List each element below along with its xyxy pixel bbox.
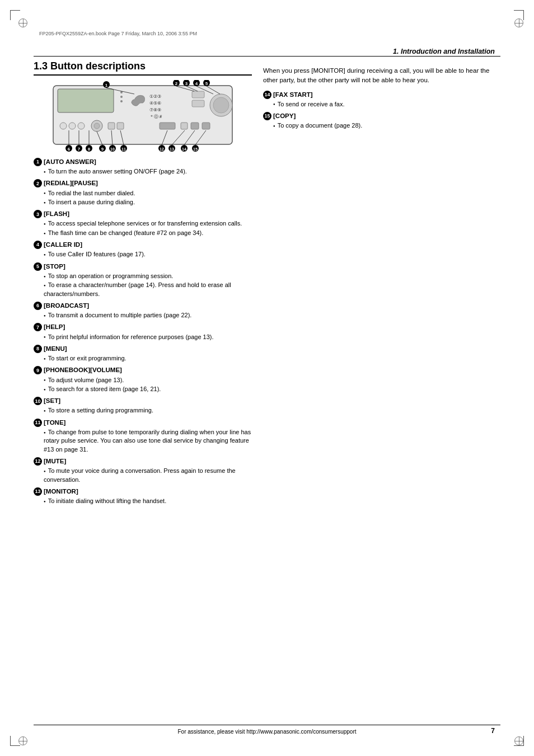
button-item-1: 1[AUTO ANSWER]To turn the auto answer se… bbox=[34, 157, 252, 176]
button-num-12: 12 bbox=[34, 457, 42, 466]
svg-point-15 bbox=[78, 123, 85, 129]
bullet-item: To turn the auto answer setting ON/OFF (… bbox=[44, 167, 252, 176]
page-number: 7 bbox=[491, 727, 495, 735]
left-column: 1.3 Button descriptions ①②③ bbox=[34, 60, 252, 717]
svg-text:＊⓪＃: ＊⓪＃ bbox=[149, 114, 163, 119]
button-num-9: 9 bbox=[34, 366, 42, 374]
button-num-10: 10 bbox=[34, 397, 42, 405]
svg-text:10: 10 bbox=[110, 147, 115, 151]
svg-rect-19 bbox=[117, 123, 124, 129]
button-num-3: 3 bbox=[34, 210, 42, 218]
svg-text:①②③: ①②③ bbox=[149, 94, 161, 99]
button-bullets-9: To adjust volume (page 13).To search for… bbox=[44, 376, 252, 394]
bullet-item: To initiate dialing without lifting the … bbox=[44, 497, 252, 505]
svg-rect-23 bbox=[202, 123, 210, 129]
right-column: When you press [MONITOR] during receivin… bbox=[263, 60, 500, 717]
device-image: ①②③ ④⑤⑥ ⑦⑧⑨ ＊⓪＃ bbox=[48, 80, 238, 153]
button-bullets-10: To store a setting during programming. bbox=[44, 406, 252, 415]
button-num-1: 1 bbox=[34, 158, 42, 166]
svg-text:1: 1 bbox=[105, 83, 108, 88]
button-item-4: 4[CALLER ID]To use Caller ID features (p… bbox=[34, 240, 252, 259]
svg-text:12: 12 bbox=[160, 147, 164, 151]
button-item-2: 2[REDIAL][PAUSE]To redial the last numbe… bbox=[34, 179, 252, 206]
button-label-15: [COPY] bbox=[273, 111, 296, 120]
bullet-item: To insert a pause during dialing. bbox=[44, 198, 252, 206]
button-item-8: 8[MENU]To start or exit programming. bbox=[34, 344, 252, 363]
bullet-item: To copy a document (page 28). bbox=[273, 121, 500, 130]
svg-text:15: 15 bbox=[193, 147, 198, 151]
button-num-7: 7 bbox=[34, 323, 42, 331]
button-bullets-7: To print helpful information for referen… bbox=[44, 333, 252, 341]
button-item-13: 13[MONITOR]To initiate dialing without l… bbox=[34, 487, 252, 505]
main-content: 1.3 Button descriptions ①②③ bbox=[34, 60, 500, 717]
bullet-item: To use Caller ID features (page 17). bbox=[44, 250, 252, 259]
button-bullets-8: To start or exit programming. bbox=[44, 354, 252, 363]
svg-rect-21 bbox=[181, 123, 188, 129]
button-num-4: 4 bbox=[34, 241, 42, 249]
svg-text:3: 3 bbox=[185, 81, 188, 86]
bullet-item: To start or exit programming. bbox=[44, 354, 252, 363]
button-num-5: 5 bbox=[34, 262, 42, 271]
button-label-5: [STOP] bbox=[44, 262, 65, 271]
button-bullets-6: To transmit a document to multiple parti… bbox=[44, 311, 252, 320]
button-bullets-15: To copy a document (page 28). bbox=[273, 121, 500, 130]
svg-point-13 bbox=[60, 123, 67, 129]
bullet-item: To change from pulse to tone temporarily… bbox=[44, 428, 252, 454]
button-num-2: 2 bbox=[34, 179, 42, 187]
page: FP205-PFQX2559ZA-en.book Page 7 Friday, … bbox=[0, 0, 534, 756]
bullet-item: To mute your voice during a conversation… bbox=[44, 467, 252, 484]
button-descriptions-list: 1[AUTO ANSWER]To turn the auto answer se… bbox=[34, 157, 252, 505]
button-bullets-13: To initiate dialing without lifting the … bbox=[44, 497, 252, 505]
svg-text:2: 2 bbox=[175, 81, 178, 86]
footer-text: For assistance, please visit http://www.… bbox=[0, 729, 534, 735]
svg-rect-18 bbox=[108, 123, 115, 129]
svg-text:④⑤⑥: ④⑤⑥ bbox=[149, 101, 161, 106]
button-bullets-1: To turn the auto answer setting ON/OFF (… bbox=[44, 167, 252, 176]
svg-rect-1 bbox=[58, 89, 114, 112]
svg-text:4: 4 bbox=[195, 81, 198, 86]
button-item-3: 3[FLASH]To access special telephone serv… bbox=[34, 209, 252, 237]
section-title: 1.3 Button descriptions bbox=[34, 60, 252, 76]
svg-text:11: 11 bbox=[121, 147, 126, 151]
bullet-item: To search for a stored item (page 16, 21… bbox=[44, 385, 252, 393]
button-bullets-11: To change from pulse to tone temporarily… bbox=[44, 428, 252, 454]
svg-point-17 bbox=[94, 123, 100, 129]
button-bullets-2: To redial the last number dialed.To inse… bbox=[44, 189, 252, 207]
svg-rect-9 bbox=[192, 91, 204, 98]
button-num-8: 8 bbox=[34, 345, 42, 353]
button-label-6: [BROADCAST] bbox=[44, 301, 89, 310]
button-num-6: 6 bbox=[34, 302, 42, 310]
bottom-rule bbox=[34, 725, 500, 725]
svg-text:13: 13 bbox=[170, 147, 174, 151]
svg-point-3 bbox=[120, 96, 123, 98]
svg-text:7: 7 bbox=[78, 147, 81, 152]
button-bullets-4: To use Caller ID features (page 17). bbox=[44, 250, 252, 259]
button-bullets-3: To access special telephone services or … bbox=[44, 219, 252, 237]
button-label-13: [MONITOR] bbox=[44, 487, 78, 496]
button-label-11: [TONE] bbox=[44, 418, 65, 427]
bullet-item: To adjust volume (page 13). bbox=[44, 376, 252, 384]
bullet-item: The flash time can be changed (feature #… bbox=[44, 229, 252, 237]
top-rule bbox=[34, 56, 500, 57]
button-label-9: [PHONEBOOK][VOLUME] bbox=[44, 365, 122, 374]
button-item-7: 7[HELP]To print helpful information for … bbox=[34, 322, 252, 341]
svg-text:9: 9 bbox=[101, 147, 104, 152]
button-label-1: [AUTO ANSWER] bbox=[44, 157, 96, 166]
button-item-6: 6[BROADCAST]To transmit a document to mu… bbox=[34, 301, 252, 320]
svg-text:5: 5 bbox=[205, 81, 208, 86]
svg-point-12 bbox=[213, 97, 229, 113]
monitor-description: When you press [MONITOR] during receivin… bbox=[263, 66, 500, 86]
right-button-list: 14[FAX START]To send or receive a fax.15… bbox=[263, 90, 500, 130]
button-label-4: [CALLER ID] bbox=[44, 240, 82, 249]
page-header-title: 1. Introduction and Installation bbox=[393, 48, 495, 55]
bullet-item: To stop an operation or programming sess… bbox=[44, 272, 252, 280]
button-label-12: [MUTE] bbox=[44, 457, 66, 466]
bullet-item: To store a setting during programming. bbox=[44, 406, 252, 415]
svg-point-4 bbox=[120, 100, 123, 102]
svg-text:6: 6 bbox=[68, 147, 71, 152]
svg-rect-10 bbox=[192, 100, 204, 107]
button-item-9: 9[PHONEBOOK][VOLUME]To adjust volume (pa… bbox=[34, 365, 252, 393]
svg-point-14 bbox=[69, 123, 76, 129]
button-bullets-12: To mute your voice during a conversation… bbox=[44, 467, 252, 484]
bullet-item: To redial the last number dialed. bbox=[44, 189, 252, 198]
